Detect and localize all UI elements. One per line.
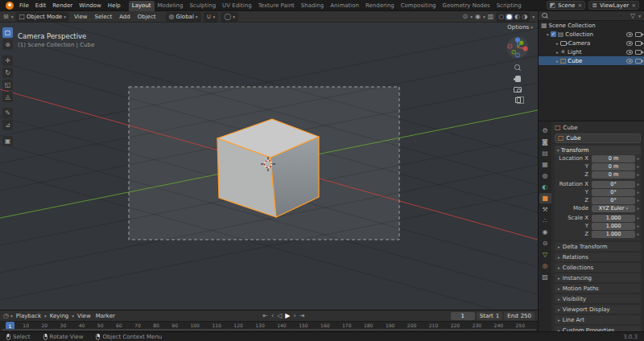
section-visibility[interactable]: ▸Visibility [555,294,641,303]
outliner-options-caret-icon[interactable]: ▾ [638,14,641,18]
tab-shading[interactable]: Shading [298,1,327,11]
collection-expand-icon[interactable]: ▾ [547,32,549,37]
section-relations[interactable]: ▸Relations [555,253,641,261]
material-properties-tab[interactable]: ◎ [539,261,551,271]
tab-texture-paint[interactable]: Texture Paint [255,1,298,11]
scale-x-field[interactable]: 1.000 [592,215,635,222]
constraint-properties-tab[interactable]: ⊖ [539,238,551,249]
viewport-3d[interactable]: Camera Perspective (1) Scene Collection … [0,23,538,310]
hide-viewport-eye-icon[interactable] [626,50,633,55]
menu-timeline-view[interactable]: View [76,310,93,322]
modifier-properties-tab[interactable]: ⚒ [539,204,551,215]
gizmo-y-axis[interactable] [519,41,523,45]
shading-wireframe-icon[interactable]: ○ [498,14,504,20]
next-keyframe-button[interactable]: › [293,313,295,319]
gizmo-x-neg[interactable] [508,44,512,48]
tab-animation[interactable]: Animation [327,1,362,11]
section-line-art[interactable]: ▸Line Art [555,315,641,324]
menu-view[interactable]: View [72,11,90,23]
rotate-tool-button[interactable]: ↻ [2,68,13,78]
scale-z-field[interactable]: 1.000 [592,231,635,238]
animate-dot-icon[interactable] [637,233,639,236]
xray-toggle-icon[interactable]: ▥ [488,14,494,20]
animate-dot-icon[interactable] [637,183,639,186]
scale-y-field[interactable]: 1.000 [592,223,635,230]
menu-edit[interactable]: Edit [32,0,50,11]
shading-caret-icon[interactable]: ▾ [532,14,535,19]
texture-properties-tab[interactable]: ▨ [539,272,551,282]
view-layer-selector[interactable]: ≣ ViewLayer × [588,1,639,10]
menu-add[interactable]: Add [117,11,133,23]
snapping-dropdown[interactable]: ∪ ▾ [204,12,219,22]
play-button[interactable]: ▶ [285,313,290,319]
disable-render-icon[interactable] [635,32,642,37]
pivot-caret-icon[interactable]: ▾ [470,14,473,19]
location-z-field[interactable]: 0 m [592,171,635,179]
play-reverse-button[interactable]: ◁ [277,313,282,319]
location-x-field[interactable]: 0 m [592,155,635,162]
view-layer-properties-tab[interactable]: ▦ [539,159,551,170]
menu-keying[interactable]: Keying [48,310,71,322]
tab-geometry-nodes[interactable]: Geometry Nodes [440,1,493,11]
tab-sculpting[interactable]: Sculpting [186,1,219,11]
section-instancing[interactable]: ▸Instancing [555,273,641,282]
scale-tool-button[interactable]: ◱ [2,80,13,90]
animate-dot-icon[interactable] [637,217,639,220]
shading-material-icon[interactable]: ◐ [514,14,520,20]
animate-dot-icon[interactable] [637,191,639,194]
menu-file[interactable]: File [16,0,32,11]
add-cube-tool-button[interactable]: ▣ [2,136,13,146]
cube-expand-icon[interactable]: ▸ [556,59,559,64]
tool-properties-tab[interactable]: ⚙ [539,125,551,136]
filter-icon[interactable]: ▽ [630,13,635,19]
section-delta-transform[interactable]: ▸Delta Transform [555,242,641,251]
perspective-toggle-icon[interactable] [515,97,521,103]
menu-window[interactable]: Window [76,0,105,11]
object-data-properties-tab[interactable]: ▽ [539,249,551,260]
timeline-editor-icon[interactable]: ◷ [3,313,9,319]
move-tool-button[interactable]: ✛ [2,55,13,66]
collection-checkbox-icon[interactable]: ✓ [551,31,556,37]
outliner-row-cube[interactable]: ▸ □ Cube [539,56,644,65]
gizmo-x-axis[interactable] [523,47,528,51]
output-properties-tab[interactable]: ▤ [539,148,551,158]
options-dropdown[interactable]: Options ▾ [507,24,533,31]
physics-properties-tab[interactable]: ◉ [539,227,551,237]
tab-modeling[interactable]: Modeling [155,1,187,11]
transform-panel-header[interactable]: ▾ Transform [555,146,641,154]
zoom-icon[interactable] [514,64,521,71]
editor-type-caret-icon[interactable]: ▾ [11,14,14,19]
transform-tool-button[interactable]: ◬ [2,92,13,102]
animate-dot-icon[interactable] [637,225,639,228]
hide-viewport-eye-icon[interactable] [626,59,633,64]
navigation-gizmo[interactable] [506,35,530,60]
select-box-tool-button[interactable]: ▢ [2,27,13,38]
rotation-y-field[interactable]: 0° [592,189,635,196]
show-gizmo-icon[interactable]: ◉ [475,14,481,20]
scene-selector[interactable]: ◩ Scene × [547,1,586,10]
overlays-caret-icon[interactable]: ▾ [483,14,485,19]
camera-expand-icon[interactable]: ▸ [556,41,559,46]
pan-hand-icon[interactable] [515,76,521,82]
viewport-canvas[interactable] [0,23,538,310]
camera-view-icon[interactable] [514,87,522,92]
cursor-tool-button[interactable]: ⊕ [2,39,13,50]
outliner-row-light[interactable]: ▸ ☀ Light [539,47,644,56]
hide-viewport-eye-icon[interactable] [626,41,633,46]
gizmo-z-axis[interactable] [515,38,520,43]
hide-viewport-eye-icon[interactable] [626,32,633,37]
animate-dot-icon[interactable] [637,166,639,168]
rotation-z-field[interactable]: 0° [592,197,635,204]
animate-dot-icon[interactable] [637,207,639,210]
world-properties-tab[interactable]: ◐ [539,182,551,192]
prev-keyframe-button[interactable]: ‹ [271,313,274,319]
timeline-editor-caret-icon[interactable]: ▾ [10,314,13,318]
transform-orientation-dropdown[interactable]: ◍ Global ▾ [166,12,201,22]
jump-to-start-button[interactable]: ⇤ [262,313,268,319]
start-frame-field[interactable]: Start 1 [477,312,503,320]
tab-layout[interactable]: Layout [129,1,155,11]
menu-help[interactable]: Help [105,0,124,11]
timeline-ruler[interactable]: 1102030405060708090100110120130140150160… [0,321,538,331]
gizmo-z-neg[interactable] [515,53,519,57]
disable-render-icon[interactable] [635,50,642,55]
